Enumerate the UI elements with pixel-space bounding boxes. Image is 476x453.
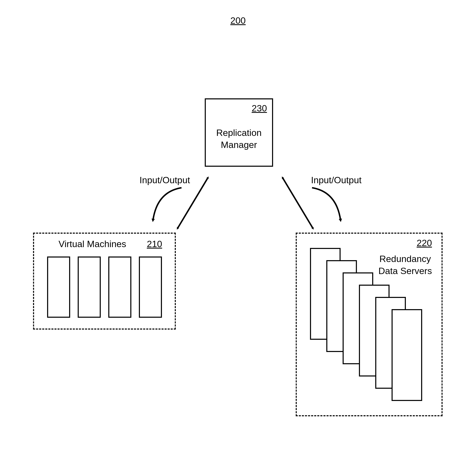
redundancy-servers-title: Redundancy Data Servers <box>378 253 432 277</box>
replication-manager-ref: 230 <box>252 103 267 114</box>
vm-rect <box>78 256 101 318</box>
virtual-machines-rects <box>47 256 162 318</box>
io-label-right: Input/Output <box>311 175 362 185</box>
redundancy-servers-ref: 220 <box>417 238 432 248</box>
replication-manager-box: 230 Replication Manager <box>205 98 273 167</box>
vm-rect <box>47 256 70 318</box>
virtual-machines-ref: 210 <box>147 239 162 249</box>
virtual-machines-container: Virtual Machines 210 <box>33 233 176 330</box>
io-label-left: Input/Output <box>140 175 190 185</box>
server-rect <box>392 309 422 401</box>
replication-manager-label: Replication Manager <box>206 127 272 151</box>
redundancy-servers-container: 220 Redundancy Data Servers <box>296 233 442 416</box>
virtual-machines-title: Virtual Machines <box>58 239 126 249</box>
vm-rect <box>139 256 162 318</box>
figure-reference: 200 <box>230 15 245 26</box>
svg-line-4 <box>282 177 313 228</box>
vm-rect <box>108 256 131 318</box>
